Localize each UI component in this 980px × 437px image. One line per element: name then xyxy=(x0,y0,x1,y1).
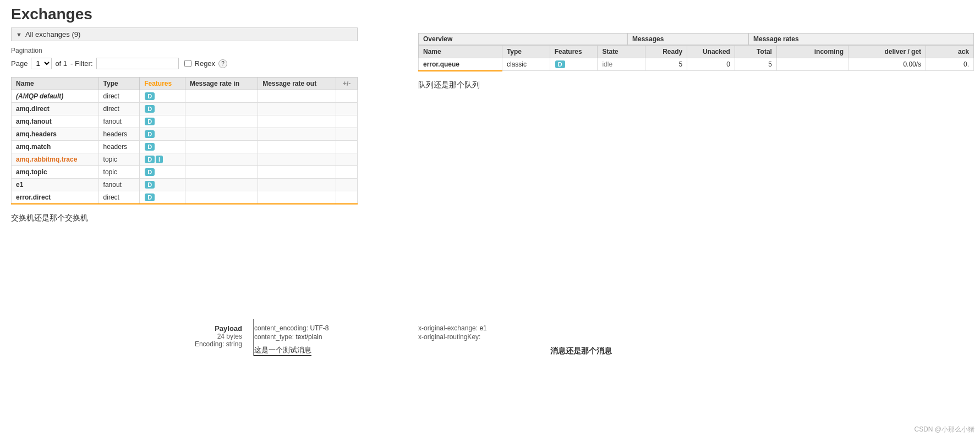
exchange-name[interactable]: amq.topic xyxy=(12,166,99,179)
table-row[interactable]: e1 fanout D xyxy=(12,179,358,191)
qcol-unacked: Unacked xyxy=(687,46,735,58)
table-row[interactable]: amq.direct direct D xyxy=(12,103,358,115)
col-rate-out: Message rate out xyxy=(258,78,336,90)
annotation-exchanges: 交换机还是那个交换机 xyxy=(11,213,969,223)
regex-checkbox[interactable] xyxy=(184,60,191,67)
exchange-name[interactable]: amq.headers xyxy=(12,128,99,141)
table-row[interactable]: (AMQP default) direct D xyxy=(12,90,358,103)
exchange-type: fanout xyxy=(98,179,140,191)
col-features: Features xyxy=(140,78,185,90)
content-encoding-prop: content_encoding: UTF-8 xyxy=(254,324,385,332)
queue-name[interactable]: error.queue xyxy=(419,58,502,71)
payload-content-area: content_encoding: UTF-8 content_type: te… xyxy=(253,319,385,356)
exchange-features: D xyxy=(140,166,185,179)
qcol-deliver: deliver / get xyxy=(848,46,926,58)
col-type: Type xyxy=(98,78,140,90)
exchange-rate-out xyxy=(258,103,336,115)
exchange-action xyxy=(336,191,358,204)
payload-size: 24 bytes xyxy=(0,333,242,340)
col-plus: +/- xyxy=(336,78,358,90)
regex-label: Regex xyxy=(195,59,216,68)
exchange-action xyxy=(336,115,358,128)
exchange-action xyxy=(336,153,358,166)
exchange-features: D xyxy=(140,128,185,141)
filter-input[interactable] xyxy=(96,58,179,69)
exchanges-table: Name Type Features Message rate in Messa… xyxy=(11,77,358,204)
regex-help-button[interactable]: ? xyxy=(218,59,227,68)
table-row[interactable]: amq.topic topic D xyxy=(12,166,358,179)
col-name: Name xyxy=(12,78,99,90)
queue-unacked: 0 xyxy=(687,58,735,71)
exchange-rate-in xyxy=(185,128,258,141)
qcol-state: State xyxy=(598,46,645,58)
table-row[interactable]: amq.match headers D xyxy=(12,141,358,153)
table-row[interactable]: error.direct direct D xyxy=(12,191,358,204)
exchange-type: direct xyxy=(98,90,140,103)
exchange-type: direct xyxy=(98,191,140,204)
qcol-total: Total xyxy=(735,46,776,58)
queue-state: idle xyxy=(598,58,645,71)
queue-total: 5 xyxy=(735,58,776,71)
table-row[interactable]: amq.rabbitmq.trace topic DI xyxy=(12,153,358,166)
exchange-features: D xyxy=(140,90,185,103)
page-title: Exchanges xyxy=(11,5,969,23)
exchange-features: D xyxy=(140,191,185,204)
exchange-type: headers xyxy=(98,141,140,153)
payload-label-area: Payload 24 bytes Encoding: string xyxy=(0,319,253,356)
messages-group-header: Messages xyxy=(627,33,748,45)
exchange-rate-in xyxy=(185,179,258,191)
x-original-exchange: x-original-exchange: e1 xyxy=(418,324,528,332)
section-header-title: All exchanges (9) xyxy=(25,30,80,38)
section-collapse-icon: ▼ xyxy=(16,31,22,38)
overview-group-header: Overview xyxy=(418,33,627,45)
exchange-rate-in xyxy=(185,141,258,153)
exchange-rate-out xyxy=(258,128,336,141)
annotation-queue: 队列还是那个队列 xyxy=(418,80,974,90)
of-label: of 1 xyxy=(55,59,67,68)
exchange-name[interactable]: amq.match xyxy=(12,141,99,153)
queue-row[interactable]: error.queue classic D idle 5 0 5 0.00/s … xyxy=(419,58,974,71)
queue-ready: 5 xyxy=(645,58,687,71)
exchange-name[interactable]: amq.rabbitmq.trace xyxy=(12,153,99,166)
exchange-rate-out xyxy=(258,179,336,191)
exchange-rate-out xyxy=(258,90,336,103)
exchange-name[interactable]: amq.direct xyxy=(12,103,99,115)
payload-label: Payload xyxy=(0,324,242,333)
qcol-features: Features xyxy=(550,46,598,58)
exchange-rate-out xyxy=(258,141,336,153)
exchange-features: D xyxy=(140,141,185,153)
exchange-rate-out xyxy=(258,153,336,166)
page-select[interactable]: 1 xyxy=(31,58,52,69)
qcol-name: Name xyxy=(419,46,502,58)
exchange-type: headers xyxy=(98,128,140,141)
qcol-type: Type xyxy=(502,46,550,58)
exchange-action xyxy=(336,128,358,141)
exchange-type: topic xyxy=(98,153,140,166)
exchanges-section-header[interactable]: ▼ All exchanges (9) xyxy=(11,27,358,41)
payload-encoding-label: Encoding: string xyxy=(0,340,242,348)
exchange-name[interactable]: error.direct xyxy=(12,191,99,204)
queue-type: classic xyxy=(502,58,550,71)
exchange-rate-out xyxy=(258,191,336,204)
exchange-action xyxy=(336,179,358,191)
exchange-rate-out xyxy=(258,166,336,179)
filter-label: - Filter: xyxy=(70,59,92,68)
exchange-type: fanout xyxy=(98,115,140,128)
table-row[interactable]: amq.headers headers D xyxy=(12,128,358,141)
qcol-ack: ack xyxy=(926,46,974,58)
x-headers-area: x-original-exchange: e1 x-original-routi… xyxy=(385,319,528,356)
col-rate-in: Message rate in xyxy=(185,78,258,90)
queue-group-headers: Overview Messages Message rates xyxy=(418,33,974,45)
exchange-name[interactable]: amq.fanout xyxy=(12,115,99,128)
table-row[interactable]: amq.fanout fanout D xyxy=(12,115,358,128)
exchange-action xyxy=(336,166,358,179)
exchange-features: D xyxy=(140,115,185,128)
exchange-name[interactable]: e1 xyxy=(12,179,99,191)
exchange-type: topic xyxy=(98,166,140,179)
exchange-rate-out xyxy=(258,115,336,128)
payload-text-content: 这是一个测试消息 xyxy=(254,345,385,355)
message-section: Payload 24 bytes Encoding: string conten… xyxy=(0,319,980,356)
exchange-name[interactable]: (AMQP default) xyxy=(12,90,99,103)
exchange-rate-in xyxy=(185,90,258,103)
queue-table: Name Type Features State Ready Unacked T… xyxy=(418,45,974,71)
